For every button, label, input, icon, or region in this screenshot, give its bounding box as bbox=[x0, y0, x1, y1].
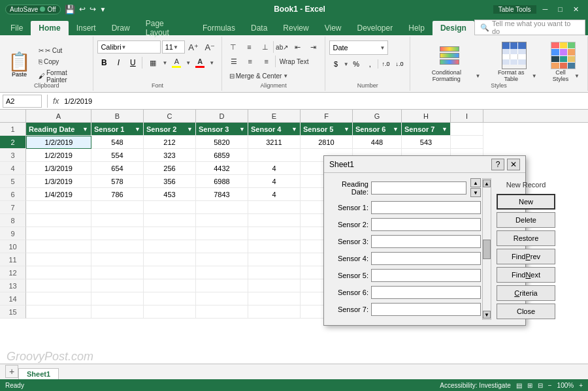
bold-button[interactable]: B bbox=[97, 56, 110, 69]
save-icon[interactable]: 💾 bbox=[65, 5, 75, 14]
dialog-criteria-btn[interactable]: Criteria bbox=[497, 285, 555, 301]
border-btn[interactable]: ▦ bbox=[145, 56, 161, 69]
cell-e4[interactable]: 4 bbox=[248, 162, 301, 175]
cell-b13[interactable] bbox=[91, 279, 144, 292]
cell-b4[interactable]: 654 bbox=[91, 162, 144, 175]
cell-a11[interactable] bbox=[26, 253, 91, 266]
col-header-e[interactable]: E bbox=[248, 110, 301, 122]
cell-e13[interactable] bbox=[248, 279, 301, 292]
tab-insert[interactable]: Insert bbox=[69, 21, 104, 35]
cell-b10[interactable] bbox=[91, 240, 144, 253]
field-input-sensor6[interactable] bbox=[371, 286, 481, 299]
filter-d1[interactable]: ▼ bbox=[239, 126, 245, 133]
tab-draw[interactable]: Draw bbox=[104, 21, 138, 35]
tab-help[interactable]: Help bbox=[400, 21, 433, 35]
col-header-i[interactable]: I bbox=[451, 110, 483, 122]
cell-c15[interactable] bbox=[144, 305, 196, 319]
sheet-add-btn[interactable]: + bbox=[5, 365, 18, 378]
cell-e2[interactable]: 3211 bbox=[248, 136, 301, 149]
dollar-btn[interactable]: $ bbox=[329, 58, 342, 70]
align-bottom-btn[interactable]: ⊥ bbox=[257, 40, 272, 54]
cell-d10[interactable] bbox=[196, 240, 248, 253]
col-header-c[interactable]: C bbox=[144, 110, 196, 122]
col-header-g[interactable]: G bbox=[353, 110, 402, 122]
format-as-table-btn[interactable]: Format as Table ▼ bbox=[487, 40, 540, 84]
decrease-decimal-btn[interactable]: ↓.0 bbox=[393, 58, 406, 70]
tab-formulas[interactable]: Formulas bbox=[195, 21, 243, 35]
cell-d2[interactable]: 5820 bbox=[196, 136, 248, 149]
col-header-d[interactable]: D bbox=[196, 110, 248, 122]
header-cell-e1[interactable]: Sensor 4 ▼ bbox=[248, 123, 301, 136]
cell-c3[interactable]: 323 bbox=[144, 149, 196, 162]
cell-a3[interactable]: 1/2/2019 bbox=[26, 149, 91, 162]
filter-a1[interactable]: ▼ bbox=[82, 126, 88, 133]
cell-a12[interactable] bbox=[26, 266, 91, 279]
filter-f1[interactable]: ▼ bbox=[344, 126, 350, 133]
filter-e1[interactable]: ▼ bbox=[291, 126, 297, 133]
cell-h2[interactable]: 543 bbox=[402, 136, 451, 149]
underline-button[interactable]: U bbox=[126, 56, 139, 69]
tab-file[interactable]: File bbox=[3, 21, 31, 35]
cell-a10[interactable] bbox=[26, 240, 91, 253]
view-page-break-icon[interactable]: ⊟ bbox=[538, 382, 543, 389]
cell-d4[interactable]: 4432 bbox=[196, 162, 248, 175]
header-cell-f1[interactable]: Sensor 5 ▼ bbox=[301, 123, 353, 136]
cell-e7[interactable] bbox=[248, 201, 301, 214]
merge-center-btn[interactable]: ⊟ Merge & Center ▼ bbox=[226, 69, 321, 82]
cell-c5[interactable]: 356 bbox=[144, 175, 196, 188]
indent-decrease-btn[interactable]: ⇥ bbox=[306, 40, 321, 54]
field-input-sensor1[interactable] bbox=[371, 201, 481, 214]
cell-c2[interactable]: 212 bbox=[144, 136, 196, 149]
cell-d8[interactable] bbox=[196, 214, 248, 227]
cell-a9[interactable] bbox=[26, 227, 91, 240]
cell-a2[interactable]: 1/2/2019 bbox=[26, 136, 91, 149]
align-middle-btn[interactable]: ≡ bbox=[242, 40, 257, 54]
cut-button[interactable]: ✂ ✂ Cut bbox=[36, 46, 89, 55]
cell-a6[interactable]: 1/4/2019 bbox=[26, 188, 91, 201]
cell-e15[interactable] bbox=[248, 305, 301, 319]
cell-c12[interactable] bbox=[144, 266, 196, 279]
tell-me-input[interactable]: 🔍 Tell me what you want to do bbox=[474, 20, 585, 35]
cell-e10[interactable] bbox=[248, 240, 301, 253]
wrap-text-btn[interactable]: Wrap Text bbox=[276, 55, 312, 68]
cell-d11[interactable] bbox=[196, 253, 248, 266]
tab-view[interactable]: View bbox=[317, 21, 350, 35]
cell-d14[interactable] bbox=[196, 292, 248, 305]
zoom-in-icon[interactable]: + bbox=[579, 382, 583, 389]
cell-b9[interactable] bbox=[91, 227, 144, 240]
cell-b3[interactable]: 554 bbox=[91, 149, 144, 162]
filter-b1[interactable]: ▼ bbox=[135, 126, 140, 133]
header-cell-b1[interactable]: Sensor 1 ▼ bbox=[91, 123, 144, 136]
increase-font-btn[interactable]: A⁺ bbox=[186, 40, 201, 54]
sheet1-dialog[interactable]: Sheet1 ? ✕ Reading Date: ▲ ▼ bbox=[323, 155, 526, 326]
field-input-sensor7[interactable] bbox=[371, 303, 481, 316]
dialog-scrollbar[interactable]: ▲ ▼ bbox=[482, 178, 491, 320]
view-layout-icon[interactable]: ⊞ bbox=[527, 382, 532, 389]
col-header-a[interactable]: A bbox=[26, 110, 91, 122]
cell-a5[interactable]: 1/3/2019 bbox=[26, 175, 91, 188]
scrollbar-up-btn[interactable]: ▲ bbox=[483, 180, 491, 187]
scroll-down-btn[interactable]: ▼ bbox=[470, 188, 481, 197]
cell-e12[interactable] bbox=[248, 266, 301, 279]
cell-c4[interactable]: 256 bbox=[144, 162, 196, 175]
cell-b6[interactable]: 786 bbox=[91, 188, 144, 201]
cell-f2[interactable]: 2810 bbox=[301, 136, 353, 149]
cell-d3[interactable]: 6859 bbox=[196, 149, 248, 162]
tab-data[interactable]: Data bbox=[243, 21, 275, 35]
italic-button[interactable]: I bbox=[112, 56, 125, 69]
cell-b7[interactable] bbox=[91, 201, 144, 214]
cell-d9[interactable] bbox=[196, 227, 248, 240]
dialog-restore-btn[interactable]: Restore bbox=[497, 230, 555, 246]
dialog-delete-btn[interactable]: Delete bbox=[497, 212, 555, 228]
cell-i2[interactable] bbox=[451, 136, 483, 149]
cell-b12[interactable] bbox=[91, 266, 144, 279]
cell-a4[interactable]: 1/3/2019 bbox=[26, 162, 91, 175]
scroll-up-btn[interactable]: ▲ bbox=[470, 178, 481, 187]
cell-c9[interactable] bbox=[144, 227, 196, 240]
header-cell-c1[interactable]: Sensor 2 ▼ bbox=[144, 123, 196, 136]
dialog-close-btn[interactable]: ✕ bbox=[507, 159, 520, 170]
cell-c7[interactable] bbox=[144, 201, 196, 214]
comma-btn[interactable]: , bbox=[364, 58, 376, 70]
dialog-find-prev-btn[interactable]: Find Prev bbox=[497, 249, 555, 264]
maximize-btn[interactable]: □ bbox=[554, 5, 566, 13]
